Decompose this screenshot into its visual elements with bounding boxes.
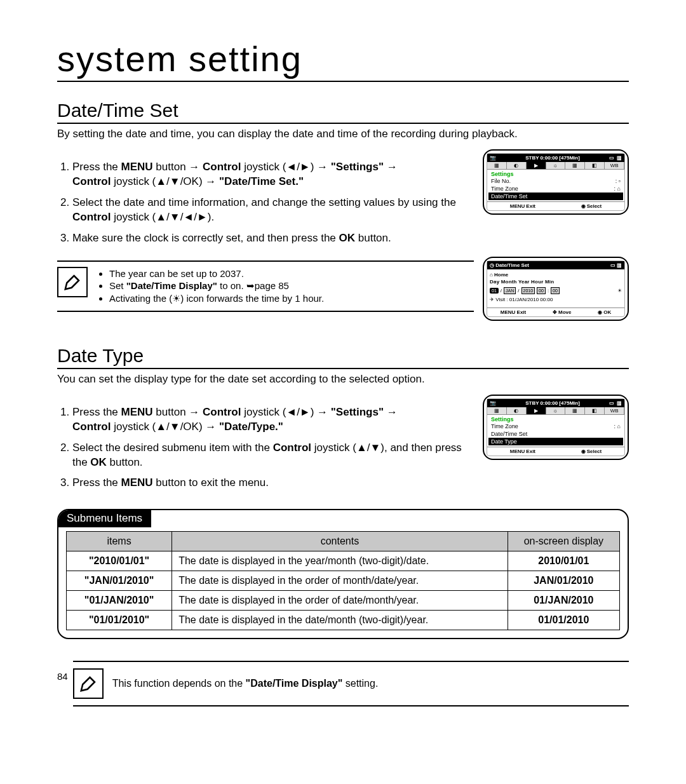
tab-icon: ▦ <box>487 407 507 414</box>
display-cell: 2010/01/01 <box>508 551 619 571</box>
dt-edit-row: 01 / JAN / 2010 00 : 00 ☀ <box>490 287 622 294</box>
table-row: "2010/01/01" The date is displayed in th… <box>67 551 620 571</box>
text: Make sure the clock is correctly set, an… <box>72 232 339 244</box>
menu-row: Date/Time Set <box>491 430 621 438</box>
row-label: Time Zone <box>491 186 518 192</box>
row-label: Time Zone <box>491 423 518 429</box>
tab-icon: ◧ <box>585 407 605 414</box>
ok-label: OK <box>90 456 107 468</box>
text: joystick (▲/▼/OK) → <box>111 421 219 433</box>
menu-title: Settings <box>491 171 621 177</box>
item-cell: "01/01/2010" <box>67 611 172 630</box>
section-title-datetype: Date Type <box>57 345 629 369</box>
row-label: Date/Time Set <box>491 431 527 437</box>
row-icon: : ▫ <box>615 178 621 184</box>
setting-name: "Date/Time Display" <box>126 280 217 291</box>
dst-icon: ☀ <box>617 288 622 294</box>
item-cell: "JAN/01/2010" <box>67 571 172 591</box>
tab-icon: ▦ <box>487 162 507 169</box>
text: joystick (◄/►) → <box>241 406 330 418</box>
note-icon <box>57 267 88 297</box>
tab-icon: WB <box>605 162 624 169</box>
select-label: Select <box>587 449 602 454</box>
text: Set <box>109 280 126 291</box>
battery-icon: ▥ <box>617 400 622 406</box>
text: button. <box>107 456 143 468</box>
text: joystick (◄/►) → <box>241 161 330 173</box>
tab-row: ▦◐▶☼▦◧WB <box>487 162 624 170</box>
display-cell: JAN/01/2010 <box>508 571 619 591</box>
move-label: Move <box>558 309 571 315</box>
menu-row-selected: Date Type <box>488 438 623 445</box>
text: button → <box>153 406 203 418</box>
ok-label: OK <box>339 232 356 244</box>
tab-icon: ▦ <box>565 162 585 169</box>
menu-label: MENU <box>121 476 153 489</box>
exit-label: Exit <box>526 449 535 454</box>
lcd-datetype-screenshot: 📷 STBY 0:00:00 [475Min] ▭▥ ▦◐▶☼▦◧WB Sett… <box>483 395 629 460</box>
tab-icon: ☼ <box>546 162 566 169</box>
note-item: Activating the (☀) icon forwards the tim… <box>109 293 324 304</box>
control-label: Control <box>203 161 241 173</box>
tab-row: ▦◐▶☼▦◧WB <box>487 407 624 415</box>
month-field: JAN <box>504 287 516 294</box>
submenu-tab: Submenu Items <box>58 510 151 527</box>
step-2: Select the date and time information, an… <box>72 196 474 225</box>
dt-title: Date/Time Set <box>495 262 529 268</box>
battery-icon: ▥ <box>617 262 622 268</box>
row-label: Date/Time Set <box>491 193 527 199</box>
col-display: on-screen display <box>508 532 619 551</box>
card-icon: ▭ <box>609 400 614 406</box>
item-cell: "01/JAN/2010" <box>67 591 172 611</box>
item-cell: "2010/01/01" <box>67 551 172 571</box>
datetype-steps: Press the MENU button → Control joystick… <box>57 405 474 491</box>
step-2: Select the desired submenu item with the… <box>72 441 474 470</box>
control-label: Control <box>72 211 111 223</box>
col-contents: contents <box>172 532 508 551</box>
tab-icon: ☼ <box>546 407 566 414</box>
settings-label: "Settings" <box>331 161 384 173</box>
menu-row: File No.: ▫ <box>491 177 621 185</box>
text: Press the <box>72 406 121 418</box>
submenu-panel: Submenu Items items contents on-screen d… <box>57 509 629 639</box>
day-field: 01 <box>490 288 499 294</box>
content-cell: The date is displayed in the order of mo… <box>172 571 508 591</box>
chapter-title: system setting <box>57 38 629 82</box>
step-1: Press the MENU button → Control joystick… <box>72 160 474 189</box>
plane-icon: ✈ <box>490 297 494 302</box>
row-label: File No. <box>491 178 511 184</box>
card-icon: ▭ <box>609 155 614 161</box>
display-cell: 01/JAN/2010 <box>508 591 619 611</box>
control-label: Control <box>273 442 311 454</box>
text: joystick (▲/▼/OK) → <box>111 175 219 187</box>
table-row: "01/JAN/2010" The date is displayed in t… <box>67 591 620 611</box>
text: to on. ➥page 85 <box>217 280 289 291</box>
text: setting. <box>342 678 378 689</box>
menu-row: Time Zone: ⌂ <box>491 185 621 193</box>
select-label: Select <box>587 203 602 209</box>
tab-icon: ◐ <box>507 407 527 414</box>
text: Press the <box>72 161 121 173</box>
status-text: STBY 0:00:00 [475Min] <box>525 400 580 406</box>
dst-icon: ☀ <box>172 293 180 304</box>
status-text: STBY 0:00:00 [475Min] <box>525 155 580 161</box>
menu-row-selected: Date/Time Set <box>488 193 623 200</box>
text: Select the desired submenu item with the <box>72 442 273 454</box>
min-field: 00 <box>551 287 560 294</box>
text: Activating the ( <box>109 293 172 304</box>
tab-icon: WB <box>605 407 624 414</box>
text: button → <box>153 161 203 173</box>
menu-label: MENU <box>121 161 153 173</box>
submenu-table: items contents on-screen display "2010/0… <box>66 531 620 630</box>
text: button. <box>355 232 391 244</box>
exit-label: Exit <box>517 309 527 315</box>
step-1: Press the MENU button → Control joystick… <box>72 405 474 435</box>
note-item: The year can be set up to 2037. <box>109 268 324 279</box>
hour-field: 00 <box>537 287 546 294</box>
sep: : <box>548 288 549 294</box>
setting-name: "Date/Time Display" <box>246 678 343 689</box>
manual-page: system setting Date/Time Set By setting … <box>0 0 686 726</box>
content-cell: The date is displayed in the date/month … <box>172 611 508 630</box>
menu-title: Settings <box>491 416 621 422</box>
text: Select the date and time information, an… <box>72 196 456 208</box>
